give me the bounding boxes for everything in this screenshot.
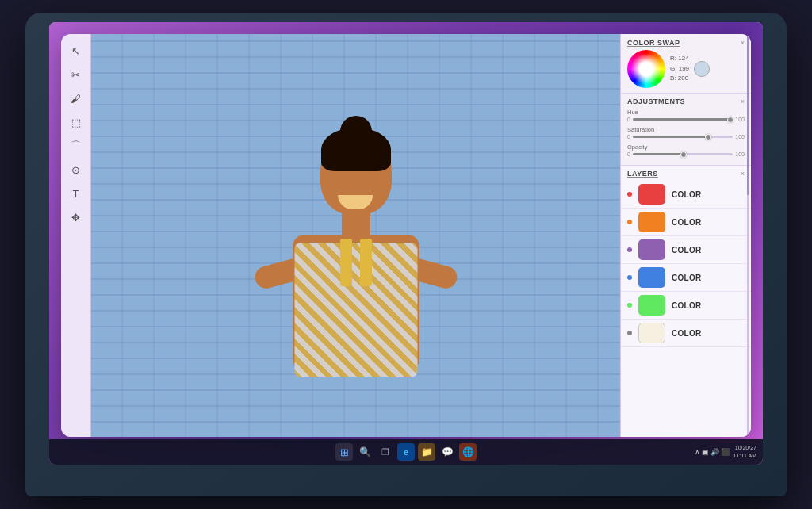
color-swap-content: R: 124 G: 199 B: 200	[627, 50, 745, 88]
saturation-slider-row: 0 100	[627, 134, 745, 140]
color-swap-close[interactable]: ×	[741, 39, 745, 47]
hue-label: Hue	[627, 109, 745, 116]
layer-dot-2	[627, 247, 632, 252]
layer-label-2: COLOR	[672, 246, 702, 254]
system-tray: ∧ ▣ 🔊 ⬛	[695, 448, 730, 456]
layer-label-4: COLOR	[672, 301, 702, 310]
canvas-image	[91, 34, 620, 437]
layer-item-3[interactable]: COLOR	[621, 264, 751, 292]
hue-min: 0	[627, 117, 630, 122]
wifi-icon[interactable]: ▣	[702, 448, 709, 456]
layers-scrollbar-thumb	[747, 166, 749, 195]
tool-pointer[interactable]: ↖	[66, 40, 86, 61]
app-window: ↖ ✂ 🖌 ⬚ ⌒ ⊙ T ✥	[61, 34, 751, 437]
volume-icon[interactable]: 🔊	[710, 448, 719, 456]
taskview-button[interactable]: ❐	[377, 443, 394, 461]
laptop-screen: ↖ ✂ 🖌 ⬚ ⌒ ⊙ T ✥	[49, 22, 763, 465]
opacity-min: 0	[627, 151, 630, 157]
layer-item-2[interactable]: COLOR	[621, 236, 751, 264]
tool-move[interactable]: ✥	[66, 207, 86, 228]
layers-section: LAYERS × COLOR COLOR	[621, 166, 751, 437]
hue-fill	[633, 118, 730, 121]
layers-header: LAYERS ×	[621, 170, 751, 178]
edge-icon[interactable]: e	[397, 443, 415, 461]
opacity-track[interactable]	[633, 153, 733, 155]
layer-swatch-0	[638, 184, 665, 205]
layer-swatch-5	[638, 323, 665, 343]
layer-dot-5	[627, 331, 632, 335]
color-swap-header: COLOR SWAP ×	[627, 39, 745, 47]
opacity-label: Opacity	[627, 144, 745, 151]
layer-item-4[interactable]: COLOR	[621, 292, 751, 320]
hue-track[interactable]	[633, 118, 733, 121]
hue-thumb[interactable]	[727, 117, 733, 123]
canvas-area[interactable]	[91, 34, 620, 437]
saturation-fill	[633, 136, 708, 138]
tool-crop[interactable]: ✂	[66, 64, 86, 85]
saturation-min: 0	[627, 134, 630, 140]
opacity-fill	[633, 153, 684, 155]
tool-brush[interactable]: 🖌	[66, 88, 86, 109]
layer-swatch-1	[638, 212, 665, 232]
layer-label-3: COLOR	[672, 274, 702, 282]
layer-dot-0	[627, 192, 632, 197]
tool-stamp[interactable]: ⊙	[66, 159, 86, 180]
taskbar-clock[interactable]: 10/20/27 11:11 AM	[733, 444, 756, 460]
layer-swatch-2	[638, 239, 665, 260]
layer-dot-1	[627, 220, 632, 224]
adjustments-title: ADJUSTMENTS	[627, 98, 685, 105]
start-button[interactable]: ⊞	[335, 443, 353, 461]
hue-slider-group: Hue 0 100	[627, 109, 745, 122]
color-wheel[interactable]	[627, 50, 665, 88]
toolbar: ↖ ✂ 🖌 ⬚ ⌒ ⊙ T ✥	[61, 34, 91, 437]
opacity-slider-row: 0 100	[627, 151, 745, 157]
tool-lasso[interactable]: ⌒	[66, 136, 86, 156]
color-preview	[694, 61, 710, 77]
layer-swatch-4	[638, 295, 665, 316]
hue-slider-row: 0 100	[627, 117, 745, 122]
chat-icon[interactable]: 💬	[439, 443, 456, 461]
layer-label-0: COLOR	[672, 190, 702, 199]
saturation-track[interactable]	[633, 136, 733, 138]
desktop-background: ↖ ✂ 🖌 ⬚ ⌒ ⊙ T ✥	[49, 22, 763, 465]
subject-person	[245, 80, 467, 437]
adjustments-section: ADJUSTMENTS × Hue 0	[621, 94, 751, 166]
layer-dot-4	[627, 303, 632, 308]
layer-label-5: COLOR	[672, 329, 702, 338]
saturation-thumb[interactable]	[705, 134, 711, 140]
laptop: ↖ ✂ 🖌 ⬚ ⌒ ⊙ T ✥	[25, 13, 787, 496]
tool-select[interactable]: ⬚	[66, 112, 86, 132]
hue-max: 100	[735, 117, 745, 122]
explorer-icon[interactable]: 📁	[418, 443, 435, 461]
taskbar: ⊞ 🔍 ❐ e 📁 💬	[49, 439, 763, 465]
opacity-slider-group: Opacity 0 100	[627, 144, 745, 157]
adjustments-close[interactable]: ×	[741, 98, 745, 105]
layer-item-0[interactable]: COLOR	[621, 181, 751, 209]
search-button[interactable]: 🔍	[356, 443, 373, 461]
color-swap-section: COLOR SWAP × R: 124 G: 199 B: 200	[621, 34, 751, 94]
layer-dot-3	[627, 275, 632, 280]
opacity-thumb[interactable]	[680, 151, 687, 158]
opacity-max: 100	[735, 151, 745, 157]
layers-title: LAYERS	[627, 170, 658, 178]
right-panel: COLOR SWAP × R: 124 G: 199 B: 200	[620, 34, 751, 437]
tray-chevron[interactable]: ∧	[695, 448, 700, 456]
color-swap-title: COLOR SWAP	[627, 39, 680, 47]
adjustments-header: ADJUSTMENTS ×	[627, 98, 745, 105]
layers-close[interactable]: ×	[741, 170, 745, 178]
taskbar-right: ∧ ▣ 🔊 ⬛ 10/20/27 11:11 AM	[695, 444, 756, 460]
saturation-slider-group: Saturation 0 100	[627, 126, 745, 140]
saturation-max: 100	[735, 134, 745, 140]
layer-swatch-3	[638, 267, 665, 288]
layer-item-5[interactable]: COLOR	[621, 320, 751, 347]
saturation-label: Saturation	[627, 126, 745, 133]
browser-icon[interactable]: 🌐	[459, 443, 477, 461]
network-icon[interactable]: ⬛	[721, 448, 730, 456]
tool-type[interactable]: T	[66, 183, 86, 204]
rgb-values: R: 124 G: 199 B: 200	[670, 54, 689, 84]
layers-scrollbar[interactable]	[747, 166, 749, 437]
layer-label-1: COLOR	[672, 218, 702, 227]
layer-item-1[interactable]: COLOR	[621, 209, 751, 236]
taskbar-center: ⊞ 🔍 ❐ e 📁 💬	[335, 443, 477, 461]
